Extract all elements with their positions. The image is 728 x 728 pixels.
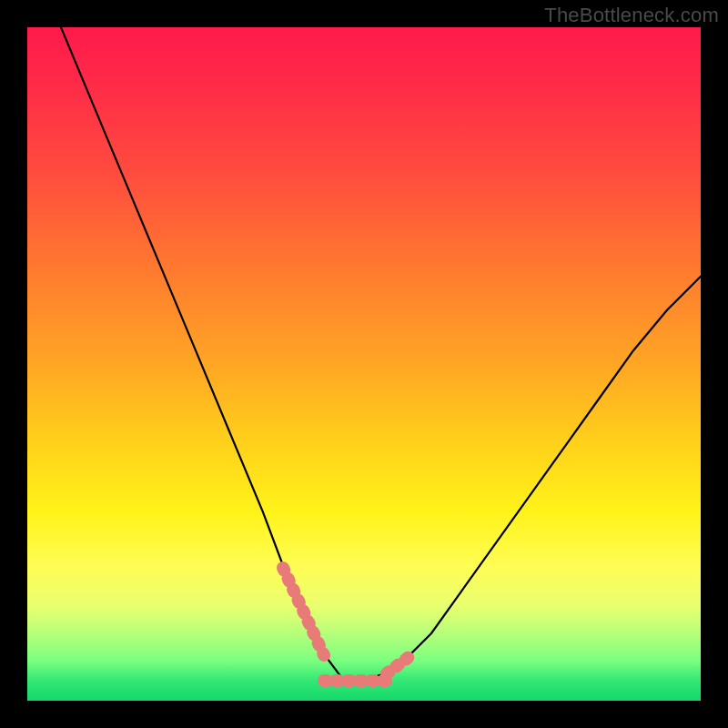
trough-marker-right (387, 655, 411, 673)
chart-svg (27, 27, 701, 701)
trough-marker-left (283, 568, 324, 655)
bottleneck-curve (61, 27, 701, 681)
chart-frame: TheBottleneck.com (0, 0, 728, 728)
watermark-text: TheBottleneck.com (544, 4, 719, 27)
trough-markers (283, 568, 411, 681)
plot-area (27, 27, 701, 701)
